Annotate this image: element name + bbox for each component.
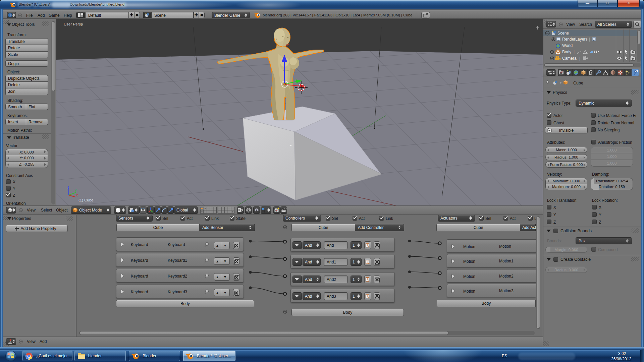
- svg-text:x: x: [76, 193, 78, 197]
- svg-text:i: i: [9, 13, 10, 17]
- svg-text:y: y: [75, 188, 76, 192]
- svg-text:z: z: [67, 186, 69, 190]
